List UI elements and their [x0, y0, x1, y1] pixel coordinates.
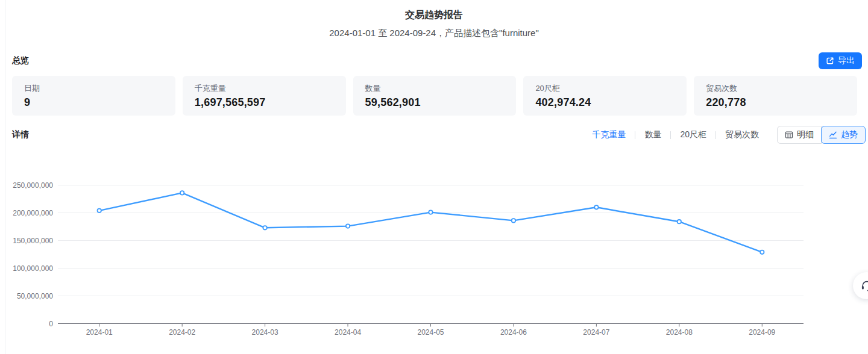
svg-text:2024-07: 2024-07	[583, 328, 609, 337]
tab-separator	[670, 131, 671, 139]
view-toggle: 明细 趋势	[777, 126, 866, 144]
svg-text:100,000,000: 100,000,000	[13, 264, 53, 273]
headset-icon	[860, 279, 868, 293]
page-subtitle: 2024-01-01 至 2024-09-24，产品描述包含"furniture…	[0, 27, 868, 39]
svg-text:2024-06: 2024-06	[500, 328, 527, 337]
tab-trade-count[interactable]: 贸易次数	[725, 129, 759, 140]
tab-quantity[interactable]: 数量	[644, 129, 661, 140]
svg-text:2024-05: 2024-05	[417, 328, 444, 337]
details-controls: 千克重量 数量 20尺柜 贸易次数 明细	[592, 126, 866, 144]
trend-line-icon	[829, 131, 837, 139]
svg-text:2024-04: 2024-04	[335, 328, 361, 337]
stat-value: 1,697,565,597	[195, 96, 334, 109]
export-button-label: 导出	[838, 55, 855, 66]
overview-section-label: 总览	[12, 55, 29, 66]
svg-text:2024-09: 2024-09	[749, 328, 775, 337]
detail-view-label: 明细	[797, 129, 814, 140]
stat-card-quantity: 数量 59,562,901	[353, 76, 517, 116]
stat-label: 千克重量	[195, 84, 334, 93]
stat-card-date: 日期 9	[12, 76, 175, 116]
svg-text:50,000,000: 50,000,000	[17, 292, 53, 300]
svg-text:0: 0	[49, 320, 53, 328]
export-button[interactable]: 导出	[819, 52, 862, 69]
tab-20ft-container[interactable]: 20尺柜	[680, 129, 706, 140]
table-icon	[785, 131, 793, 139]
tab-separator	[635, 131, 635, 139]
svg-text:2024-02: 2024-02	[169, 328, 195, 337]
stat-value: 59,562,901	[365, 96, 505, 109]
tab-separator	[715, 131, 716, 139]
trend-view-label: 趋势	[841, 129, 858, 140]
details-bar: 详情 千克重量 数量 20尺柜 贸易次数 明细	[0, 126, 868, 144]
overview-stat-cards: 日期 9 千克重量 1,697,565,597 数量 59,562,901 20…	[0, 76, 868, 116]
stat-label: 数量	[365, 84, 505, 93]
svg-text:2024-08: 2024-08	[666, 328, 693, 337]
detail-view-button[interactable]: 明细	[777, 126, 822, 144]
stat-card-kg-weight: 千克重量 1,697,565,597	[183, 76, 346, 116]
page-title: 交易趋势报告	[0, 8, 868, 22]
stat-value: 402,974.24	[535, 96, 675, 109]
overview-bar: 总览 导出	[0, 52, 868, 69]
trend-line-chart[interactable]: 050,000,000100,000,000150,000,000200,000…	[0, 151, 868, 349]
stat-value: 220,778	[706, 96, 845, 109]
svg-text:250,000,000: 250,000,000	[13, 181, 53, 190]
tab-kg-weight[interactable]: 千克重量	[592, 129, 626, 140]
stat-value: 9	[24, 96, 163, 109]
stat-card-20ft-container: 20尺柜 402,974.24	[523, 76, 687, 116]
trend-view-button[interactable]: 趋势	[821, 126, 866, 144]
details-section-label: 详情	[12, 129, 29, 140]
stat-label: 日期	[24, 84, 163, 93]
svg-text:200,000,000: 200,000,000	[13, 209, 53, 217]
report-header: 交易趋势报告 2024-01-01 至 2024-09-24，产品描述包含"fu…	[0, 0, 868, 39]
stat-label: 20尺柜	[535, 84, 675, 93]
svg-text:150,000,000: 150,000,000	[13, 237, 53, 245]
svg-text:2024-01: 2024-01	[86, 328, 113, 337]
svg-text:2024-03: 2024-03	[252, 328, 278, 337]
stat-card-trade-count: 贸易次数 220,778	[694, 76, 857, 116]
external-link-icon	[826, 57, 834, 65]
stat-label: 贸易次数	[706, 84, 845, 93]
metric-tabs: 千克重量 数量 20尺柜 贸易次数	[592, 129, 759, 140]
